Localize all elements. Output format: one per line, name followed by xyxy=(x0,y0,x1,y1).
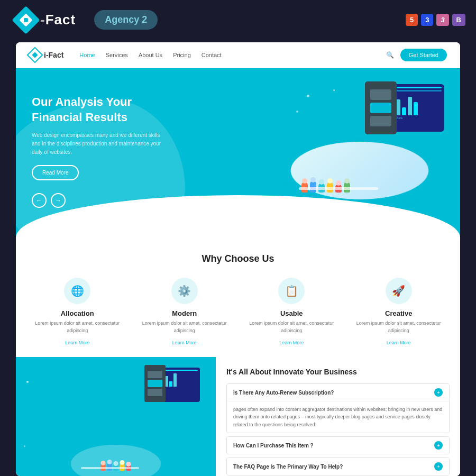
nav-contact[interactable]: Contact xyxy=(202,52,222,58)
nav-pricing[interactable]: Pricing xyxy=(173,52,191,58)
hero-content: Our Analysis Your Financial Results Web … xyxy=(32,95,169,208)
illus-table xyxy=(299,187,378,190)
modern-learn-more[interactable]: Learn More xyxy=(172,340,197,345)
prev-arrow-button[interactable]: ← xyxy=(32,193,47,208)
nav-diamond-icon xyxy=(26,47,43,63)
nav-services[interactable]: Services xyxy=(106,52,128,58)
feature-creative-title: Creative xyxy=(348,309,450,317)
navbar: i-Fact Home Services About Us Pricing Co… xyxy=(16,42,460,68)
badge-html5: 5 xyxy=(406,14,418,26)
badge-sass: 3 xyxy=(436,14,448,26)
why-section: Why Choose Us 🌐 Allocation Lorem ipsum d… xyxy=(16,237,460,357)
feature-usable: 📋 Usable Lorem ipsum dolor sit amet, con… xyxy=(241,278,343,346)
feature-modern-desc: Lorem ipsum dolor sit amet, consectetur … xyxy=(134,320,236,334)
next-arrow-button[interactable]: → xyxy=(51,193,66,208)
faq-header-2[interactable]: How Can I Purchase This Item ? + xyxy=(227,437,449,454)
search-icon[interactable]: 🔍 xyxy=(386,51,394,59)
nav-logo: i-Fact xyxy=(29,49,63,61)
faq-header-3[interactable]: The FAQ Page Is The Primary Way To Help?… xyxy=(227,458,449,475)
feature-creative-desc: Lorem ipsum dolor sit amet, consectetur … xyxy=(348,320,450,334)
feature-usable-desc: Lorem ipsum dolor sit amet, consectetur … xyxy=(241,320,343,334)
feature-modern: ⚙️ Modern Lorem ipsum dolor sit amet, co… xyxy=(134,278,236,346)
read-more-button[interactable]: Read More xyxy=(32,165,79,180)
feature-usable-title: Usable xyxy=(241,309,343,317)
faq-toggle-2[interactable]: + xyxy=(434,441,443,450)
logo-dash: - xyxy=(40,12,45,28)
logo-name: Fact xyxy=(45,12,76,28)
nav-logo-text: i-Fact xyxy=(44,51,63,59)
illus-people-group xyxy=(301,181,350,193)
why-title: Why Choose Us xyxy=(26,253,450,264)
logo-diamond-icon xyxy=(12,6,40,34)
feature-allocation-title: Allocation xyxy=(26,309,129,317)
bottom-title: It's All About Innovate Your Business xyxy=(226,368,450,376)
faq-question-1: Is There Any Auto-Renew Subscription? xyxy=(233,390,334,396)
creative-icon: 🚀 xyxy=(386,278,412,304)
badge-css3: 3 xyxy=(421,14,433,26)
faq-item-3: The FAQ Page Is The Primary Way To Help?… xyxy=(226,457,450,475)
illus-bar-chart xyxy=(389,94,442,115)
top-bar: -Fact Agency 2 5 3 3 B xyxy=(0,0,476,40)
nav-links: Home Services About Us Pricing Contact xyxy=(79,52,221,58)
main-content-card: i-Fact Home Services About Us Pricing Co… xyxy=(16,42,460,476)
nav-home[interactable]: Home xyxy=(79,52,95,58)
faq-item-1: Is There Any Auto-Renew Subscription? + … xyxy=(226,383,450,433)
bottom-left-illustration xyxy=(16,357,216,476)
feature-creative: 🚀 Creative Lorem ipsum dolor sit amet, c… xyxy=(348,278,450,346)
bottom-right: It's All About Innovate Your Business Is… xyxy=(216,357,460,476)
get-started-button[interactable]: Get Started xyxy=(400,49,447,61)
illus-wall-panel xyxy=(365,81,397,134)
features-grid: 🌐 Allocation Lorem ipsum dolor sit amet,… xyxy=(26,278,450,346)
hero-section: Our Analysis Your Financial Results Web … xyxy=(16,68,460,237)
hero-description: Web design encompasses many and we diffe… xyxy=(32,131,169,157)
feature-allocation: 🌐 Allocation Lorem ipsum dolor sit amet,… xyxy=(26,278,129,346)
usable-icon: 📋 xyxy=(278,278,305,304)
usable-learn-more[interactable]: Learn More xyxy=(279,340,304,345)
logo-area: -Fact xyxy=(11,5,86,35)
nav-about[interactable]: About Us xyxy=(139,52,162,58)
feature-modern-title: Modern xyxy=(134,309,236,317)
logo-text: -Fact xyxy=(40,12,76,28)
faq-question-3: The FAQ Page Is The Primary Way To Help? xyxy=(233,464,343,470)
nav-right: 🔍 Get Started xyxy=(386,49,447,61)
creative-learn-more[interactable]: Learn More xyxy=(387,340,411,345)
faq-item-2: How Can I Purchase This Item ? + xyxy=(226,436,450,454)
bottom-section: It's All About Innovate Your Business Is… xyxy=(16,357,460,476)
faq-question-2: How Can I Purchase This Item ? xyxy=(233,443,314,448)
allocation-icon: 🌐 xyxy=(64,278,90,304)
feature-allocation-desc: Lorem ipsum dolor sit amet, consectetur … xyxy=(26,320,129,334)
faq-toggle-1[interactable]: + xyxy=(434,388,443,397)
page-wrapper: i-Fact Home Services About Us Pricing Co… xyxy=(0,40,476,476)
modern-icon: ⚙️ xyxy=(171,278,198,304)
tech-badges: 5 3 3 B xyxy=(406,14,465,26)
faq-body-1: pages often expand into content aggregat… xyxy=(227,401,449,433)
faq-header-1[interactable]: Is There Any Auto-Renew Subscription? + xyxy=(227,384,449,401)
allocation-learn-more[interactable]: Learn More xyxy=(65,340,89,345)
hero-arrows: ← → xyxy=(32,193,169,208)
faq-toggle-3[interactable]: + xyxy=(434,462,443,471)
badge-bootstrap: B xyxy=(452,14,465,26)
agency-badge: Agency 2 xyxy=(94,10,158,30)
hero-title: Our Analysis Your Financial Results xyxy=(32,95,169,125)
